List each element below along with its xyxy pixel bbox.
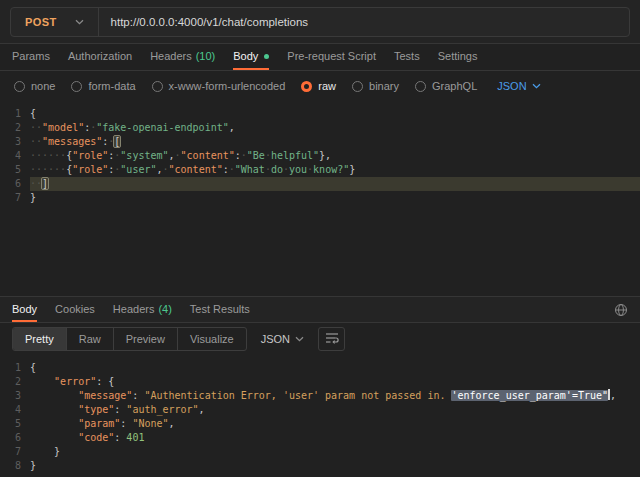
request-tab-body[interactable]: Body (233, 44, 269, 70)
line-number: 4 (0, 149, 30, 163)
raw-format-select[interactable]: JSON (497, 80, 540, 92)
globe-icon[interactable] (614, 303, 628, 317)
tab-count-badge: (10) (196, 50, 216, 62)
code-token: 401 (126, 432, 144, 443)
body-mode-binary[interactable]: binary (352, 80, 399, 92)
request-tab-params[interactable]: Params (12, 44, 50, 70)
line-number: 1 (0, 361, 30, 375)
code-text: ··"messages":·[ (30, 135, 640, 149)
chevron-down-icon (295, 336, 304, 342)
code-token: [ (114, 136, 120, 147)
code-token: } (349, 164, 355, 175)
code-line: 4 "type": "auth_error", (0, 403, 640, 417)
line-number: 6 (0, 177, 30, 191)
code-token: ·· (30, 178, 42, 189)
code-token (30, 404, 78, 415)
body-mode-none[interactable]: none (14, 80, 55, 92)
radio-icon (152, 81, 163, 92)
radio-icon (14, 81, 25, 92)
code-token: "What (235, 164, 265, 175)
response-format-label: JSON (261, 333, 290, 345)
code-token: ] (42, 178, 48, 189)
code-token: do (271, 164, 283, 175)
response-view-raw[interactable]: Raw (67, 328, 114, 350)
code-line: 6··] (0, 177, 640, 191)
code-token: { (30, 362, 36, 373)
code-token: "message" (78, 390, 132, 401)
body-mode-form-data[interactable]: form-data (71, 80, 135, 92)
tab-label: Pre-request Script (287, 50, 376, 62)
response-view-pretty[interactable]: Pretty (13, 328, 67, 350)
tab-label: Headers (113, 303, 155, 315)
radio-icon (352, 81, 363, 92)
request-tab-pre-request-script[interactable]: Pre-request Script (287, 44, 376, 70)
request-tab-headers[interactable]: Headers(10) (150, 44, 215, 70)
code-token: "content" (181, 150, 235, 161)
code-token: }, (319, 150, 331, 161)
code-text: } (30, 459, 640, 473)
tab-label: Headers (150, 50, 192, 62)
body-mode-graphql[interactable]: GraphQL (415, 80, 477, 92)
response-tab-cookies[interactable]: Cookies (55, 297, 95, 322)
code-token: "model" (42, 122, 84, 133)
line-number: 7 (0, 445, 30, 459)
code-text: ··] (30, 177, 640, 191)
response-body-editor[interactable]: 1{2 "error": {3 "message": "Authenticati… (0, 355, 640, 477)
code-text: "error": { (30, 375, 640, 389)
code-line: 1{ (0, 361, 640, 375)
response-tab-headers[interactable]: Headers(4) (113, 297, 172, 322)
response-header-icons (614, 297, 628, 322)
tab-label: Body (12, 303, 37, 315)
request-tabs: ParamsAuthorizationHeaders(10)BodyPre-re… (0, 44, 640, 71)
tab-label: Test Results (190, 303, 250, 315)
request-tab-settings[interactable]: Settings (438, 44, 478, 70)
code-line: 3··"messages":·[ (0, 135, 640, 149)
chevron-down-icon (532, 83, 541, 89)
request-body-editor[interactable]: 1{2··"model":·"fake-openai-endpoint",3··… (0, 101, 640, 296)
code-token: "fake-openai-endpoint" (96, 122, 228, 133)
code-text: ··"model":·"fake-openai-endpoint", (30, 121, 640, 135)
code-token: "error" (54, 376, 96, 387)
line-number: 3 (0, 135, 30, 149)
code-token: "param" (78, 418, 120, 429)
body-mode-raw[interactable]: raw (301, 80, 336, 92)
radio-icon (71, 81, 82, 92)
wrap-text-icon (325, 331, 339, 347)
code-token: ·· (30, 122, 42, 133)
method-select[interactable]: POST (11, 8, 98, 36)
line-number: 7 (0, 191, 30, 205)
line-number: 6 (0, 431, 30, 445)
code-token: "Be (247, 150, 265, 161)
line-number: 5 (0, 163, 30, 177)
tab-label: Settings (438, 50, 478, 62)
response-format-select[interactable]: JSON (261, 333, 304, 345)
code-line: 7 } (0, 445, 640, 459)
line-number: 8 (0, 459, 30, 473)
code-text: } (30, 445, 640, 459)
response-tab-body[interactable]: Body (12, 297, 37, 322)
code-line: 2··"model":·"fake-openai-endpoint", (0, 121, 640, 135)
body-mode-x-www-form-urlencoded[interactable]: x-www-form-urlencoded (152, 80, 286, 92)
wrap-text-button[interactable] (318, 327, 345, 351)
radio-icon (415, 81, 426, 92)
code-token: { (30, 108, 36, 119)
tab-label: Authorization (68, 50, 132, 62)
mode-label: none (31, 80, 55, 92)
url-input[interactable]: http://0.0.0.0:4000/v1/chat/completions (99, 16, 321, 28)
line-number: 2 (0, 375, 30, 389)
response-view-visualize[interactable]: Visualize (178, 328, 246, 350)
code-line: 8} (0, 459, 640, 473)
line-number: 2 (0, 121, 30, 135)
response-view-preview[interactable]: Preview (114, 328, 178, 350)
unsaved-changes-dot (264, 54, 269, 59)
chevron-down-icon (75, 19, 84, 25)
code-token: { (108, 376, 114, 387)
code-text: ······{"role":·"user",·"content":·"What·… (30, 163, 640, 177)
code-text: { (30, 361, 640, 375)
request-tab-authorization[interactable]: Authorization (68, 44, 132, 70)
response-tab-test-results[interactable]: Test Results (190, 297, 250, 322)
code-token: "content" (169, 164, 223, 175)
tab-label: Params (12, 50, 50, 62)
request-tab-tests[interactable]: Tests (394, 44, 420, 70)
response-view-switcher: PrettyRawPreviewVisualize (12, 327, 247, 351)
